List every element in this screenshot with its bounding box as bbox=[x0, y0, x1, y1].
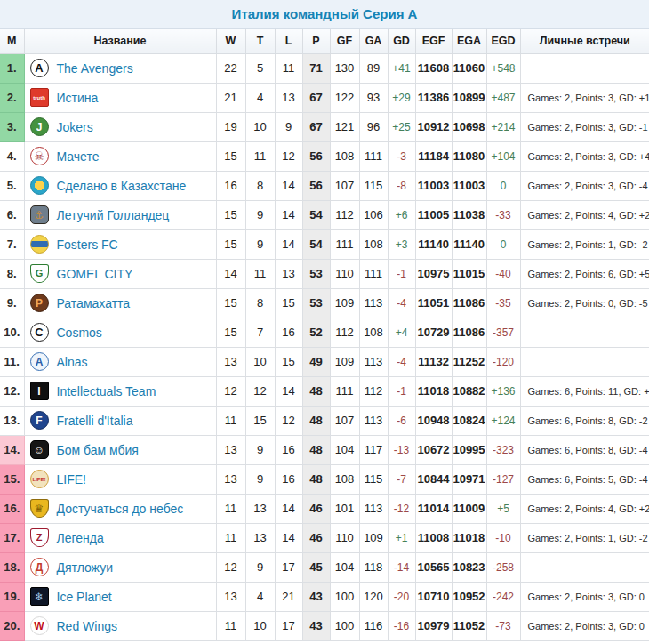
team-name-cell: ♛Достучаться до небес bbox=[24, 494, 216, 523]
extended-goal-diff-cell: +124 bbox=[486, 406, 520, 435]
column-header-название: Название bbox=[24, 29, 216, 53]
losses-cell: 14 bbox=[275, 523, 302, 552]
team-name-cell: FFratelli d'Italia bbox=[24, 406, 216, 435]
points-cell: 43 bbox=[302, 582, 330, 611]
machete-skull-logo: ☠ bbox=[30, 147, 49, 165]
team-name: Cosmos bbox=[57, 326, 102, 340]
goals-for-cell: 101 bbox=[330, 494, 359, 523]
goals-for-cell: 121 bbox=[330, 112, 359, 141]
goal-diff-cell: +41 bbox=[388, 53, 415, 83]
alnas-ball-logo: A bbox=[30, 352, 49, 371]
points-cell: 71 bbox=[302, 53, 330, 83]
wins-cell: 22 bbox=[216, 53, 245, 83]
column-header-ega: EGA bbox=[452, 29, 486, 53]
goal-diff-cell: -12 bbox=[388, 494, 415, 523]
team-link[interactable]: JJokers bbox=[30, 117, 216, 136]
extended-goals-for-cell: 10672 bbox=[415, 435, 452, 464]
extended-goals-against-cell: 11140 bbox=[452, 229, 486, 259]
ties-cell: 9 bbox=[245, 552, 275, 582]
team-row: 3.JJokers191096712196+251091210698+214Ga… bbox=[0, 112, 649, 141]
extended-goals-against-cell: 11015 bbox=[452, 259, 486, 288]
rank-cell: 2. bbox=[0, 83, 24, 112]
wins-cell: 15 bbox=[216, 318, 245, 347]
rank-cell: 10. bbox=[0, 318, 24, 347]
ties-cell: 9 bbox=[245, 464, 275, 494]
goal-diff-cell: -13 bbox=[388, 435, 415, 464]
team-name-cell: ZЛегенда bbox=[24, 523, 216, 552]
wins-cell: 11 bbox=[216, 406, 245, 435]
ties-cell: 13 bbox=[245, 523, 275, 552]
goals-against-cell: 115 bbox=[359, 464, 388, 494]
points-cell: 53 bbox=[302, 288, 330, 318]
team-link[interactable]: ♛Достучаться до небес bbox=[30, 499, 216, 518]
team-link[interactable]: AAlnas bbox=[30, 352, 216, 371]
extended-goals-against-cell: 11080 bbox=[452, 141, 486, 171]
team-name: Бом бам мбия bbox=[57, 443, 139, 457]
head-to-head-cell: Games: 2, Points: 4, GD: +2 bbox=[520, 200, 649, 229]
team-name-cell: WRed Wings bbox=[24, 611, 216, 640]
wins-cell: 11 bbox=[216, 523, 245, 552]
team-link[interactable]: GGOMEL CITY bbox=[30, 264, 216, 283]
goals-against-cell: 120 bbox=[359, 582, 388, 611]
team-link[interactable]: FFratelli d'Italia bbox=[30, 411, 216, 430]
team-link[interactable]: ДДятложуи bbox=[30, 558, 216, 576]
team-name-cell: JJokers bbox=[24, 112, 216, 141]
heaven-crest-logo: ♛ bbox=[30, 499, 49, 518]
fratelli-italia-logo: F bbox=[30, 411, 49, 430]
goals-against-cell: 109 bbox=[359, 523, 388, 552]
team-link[interactable]: ❄Ice Planet bbox=[30, 587, 216, 606]
head-to-head-cell bbox=[520, 347, 649, 376]
goals-for-cell: 104 bbox=[330, 552, 359, 582]
rank-cell: 19. bbox=[0, 582, 24, 611]
team-link[interactable]: truthИстина bbox=[30, 88, 216, 107]
points-cell: 48 bbox=[302, 376, 330, 406]
column-header-egf: EGF bbox=[415, 29, 452, 53]
woodpecker-logo: Д bbox=[30, 558, 49, 576]
team-row: 5.Сделано в Казахстане1681456107115-8110… bbox=[0, 171, 649, 200]
team-link[interactable]: CCosmos bbox=[30, 323, 216, 342]
extended-goals-against-cell: 10971 bbox=[452, 464, 486, 494]
head-to-head-cell: Games: 2, Points: 4, GD: +2 bbox=[520, 494, 649, 523]
losses-cell: 15 bbox=[275, 347, 302, 376]
head-to-head-cell: Games: 6, Points: 8, GD: -2 bbox=[520, 406, 649, 435]
goals-for-cell: 112 bbox=[330, 200, 359, 229]
rank-cell: 16. bbox=[0, 494, 24, 523]
head-to-head-cell: Games: 2, Points: 0, GD: -5 bbox=[520, 288, 649, 318]
rank-cell: 3. bbox=[0, 112, 24, 141]
extended-goal-diff-cell: +214 bbox=[486, 112, 520, 141]
losses-cell: 13 bbox=[275, 83, 302, 112]
team-link[interactable]: Fosters FC bbox=[30, 235, 216, 254]
head-to-head-cell: Games: 2, Points: 6, GD: +5 bbox=[520, 259, 649, 288]
goal-diff-cell: -7 bbox=[388, 464, 415, 494]
ties-cell: 12 bbox=[245, 376, 275, 406]
team-link[interactable]: WRed Wings bbox=[30, 616, 216, 635]
team-row: 11.AAlnas13101549109113-41113211252-120 bbox=[0, 347, 649, 376]
ties-cell: 4 bbox=[245, 83, 275, 112]
team-link[interactable]: AThe Avengers bbox=[30, 59, 216, 77]
team-name-cell: GGOMEL CITY bbox=[24, 259, 216, 288]
extended-goals-for-cell: 10912 bbox=[415, 112, 452, 141]
team-link[interactable]: Сделано в Казахстане bbox=[30, 176, 216, 195]
goals-against-cell: 89 bbox=[359, 53, 388, 83]
head-to-head-cell: Games: 6, Points: 11, GD: +10 bbox=[520, 376, 649, 406]
team-link[interactable]: ZЛегенда bbox=[30, 528, 216, 547]
team-link[interactable]: РРатамахатта bbox=[30, 294, 216, 312]
team-link[interactable]: ☠Мачете bbox=[30, 147, 216, 165]
ties-cell: 10 bbox=[245, 347, 275, 376]
ties-cell: 9 bbox=[245, 229, 275, 259]
goal-diff-cell: -16 bbox=[388, 611, 415, 640]
team-link[interactable]: LIFE!LIFE! bbox=[30, 470, 216, 488]
team-row: 8.GGOMEL CITY14111353110111-11097511015-… bbox=[0, 259, 649, 288]
team-row: 12.IIntellectuals Team12121448111112-111… bbox=[0, 376, 649, 406]
legenda-crest-logo: Z bbox=[30, 528, 49, 547]
team-link[interactable]: IIntellectuals Team bbox=[30, 382, 216, 400]
extended-goal-diff-cell: -73 bbox=[486, 611, 520, 640]
team-link[interactable]: ☺Бом бам мбия bbox=[30, 440, 216, 459]
losses-cell: 16 bbox=[275, 318, 302, 347]
goal-diff-cell: -4 bbox=[388, 347, 415, 376]
goals-for-cell: 107 bbox=[330, 171, 359, 200]
team-link[interactable]: ⚓Летучий Голландец bbox=[30, 205, 216, 224]
extended-goal-diff-cell: 0 bbox=[486, 171, 520, 200]
team-row: 17.ZЛегенда11131446110109+11100811018-10… bbox=[0, 523, 649, 552]
team-row: 9.РРатамахатта1581553109113-41105111086-… bbox=[0, 288, 649, 318]
